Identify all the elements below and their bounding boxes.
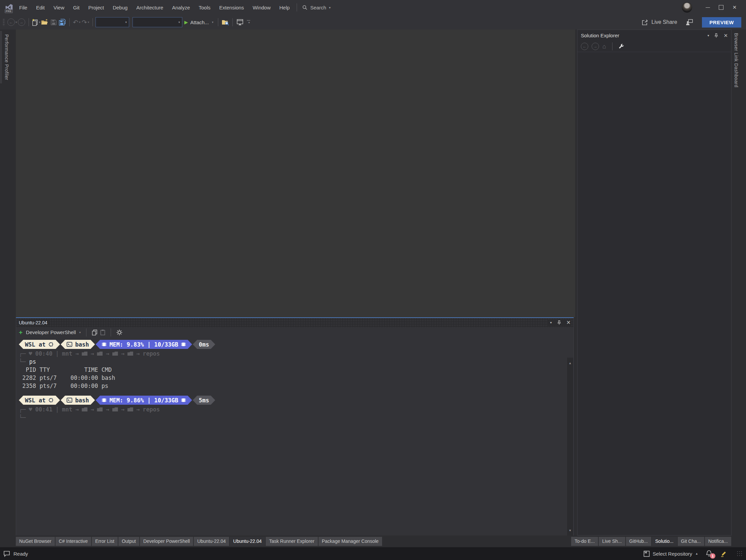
undo-button[interactable]: ↶▾	[72, 17, 81, 27]
attach-debugger-button[interactable]: ▶ Attach... ▾	[184, 20, 213, 25]
tab-git-changes[interactable]: Git Cha...	[678, 537, 704, 546]
find-in-files-button[interactable]	[221, 17, 230, 27]
window-position-menu[interactable]: ▾	[707, 34, 709, 37]
close-button[interactable]: ✕	[728, 2, 741, 13]
settings-gear-icon[interactable]	[116, 329, 122, 335]
arrow-icon: →	[106, 405, 109, 413]
se-back-button[interactable]: ←	[581, 43, 588, 50]
prompt-duration-segment: 5ms	[193, 395, 215, 405]
window-position-menu[interactable]: ▾	[550, 321, 552, 324]
ps-output-row: 2282 pts/7 00:00:00 bash	[19, 374, 565, 382]
select-repository-button[interactable]: Select Repository ▲	[643, 551, 698, 557]
path-leaf: repos	[143, 350, 160, 358]
copy-icon[interactable]	[92, 329, 97, 335]
menu-debug[interactable]: Debug	[108, 0, 132, 15]
tab-developer-powershell[interactable]: Developer PowerShell	[140, 537, 193, 546]
tab-output[interactable]: Output	[118, 537, 139, 546]
duration-label: 5ms	[199, 396, 209, 404]
tab-github[interactable]: GitHub...	[626, 537, 651, 546]
arrow-icon: →	[90, 405, 94, 413]
add-terminal-icon[interactable]: +	[19, 329, 23, 335]
menu-tools[interactable]: Tools	[194, 0, 215, 15]
tab-package-manager-console[interactable]: Package Manager Console	[318, 537, 382, 546]
paste-icon[interactable]	[100, 329, 105, 335]
resize-grip[interactable]	[737, 551, 743, 557]
tab-ubuntu-2204[interactable]: Ubuntu-22.04	[194, 537, 229, 546]
tab-error-list[interactable]: Error List	[92, 537, 118, 546]
prompt-memory-segment: MEM: 9.86% | 10/33GB	[95, 395, 192, 405]
terminal-content[interactable]: WSL at bash	[16, 337, 573, 536]
menu-architecture[interactable]: Architecture	[132, 0, 168, 15]
folder-icon	[82, 352, 87, 356]
solution-explorer-panel: Solution Explorer ▾ ✕ ← → ⌂	[577, 30, 731, 535]
minimize-button[interactable]	[701, 2, 714, 13]
tab-notifications[interactable]: Notifica...	[705, 537, 731, 546]
tab-task-runner-explorer[interactable]: Task Runner Explorer	[266, 537, 318, 546]
shell-selector[interactable]: Developer PowerShell	[26, 329, 76, 335]
se-forward-button[interactable]: →	[592, 43, 599, 50]
scroll-up-icon[interactable]: ▲	[569, 358, 571, 369]
menu-edit[interactable]: Edit	[32, 0, 49, 15]
toolbar-overflow-button[interactable]: ▾	[244, 17, 253, 27]
tab-todo-explorer[interactable]: To-do E...	[571, 537, 598, 546]
menu-analyze[interactable]: Analyze	[168, 0, 194, 15]
menu-window[interactable]: Window	[248, 0, 275, 15]
pin-icon[interactable]	[557, 320, 561, 325]
arrow-icon: →	[121, 405, 124, 413]
navigate-back-button[interactable]: ←▾	[7, 17, 17, 27]
solution-explorer-content[interactable]	[577, 52, 731, 535]
menu-view[interactable]: View	[49, 0, 68, 15]
wsl-label: WSL at	[25, 396, 46, 404]
redo-button[interactable]: ↷▾	[81, 17, 90, 27]
terminal-title-bar[interactable]: Ubuntu-22.04 ▾ ✕	[16, 318, 573, 327]
tab-live-share[interactable]: Live Sh...	[599, 537, 625, 546]
tab-browser-link-dashboard[interactable]: Browser Link Dashboard	[731, 30, 741, 91]
tab-csharp-interactive[interactable]: C# Interactive	[56, 537, 91, 546]
memory-chip-icon	[102, 397, 107, 403]
notifications-bell-button[interactable]: 1	[706, 550, 713, 557]
person-screen-icon	[686, 19, 693, 26]
live-share-button[interactable]: Live Share	[642, 19, 678, 26]
input-line[interactable]: └─	[19, 413, 565, 421]
tab-performance-profiler[interactable]: Performance Profiler	[0, 31, 11, 83]
memory-chip-icon	[102, 342, 107, 347]
scroll-down-icon[interactable]: ▼	[569, 525, 571, 536]
menu-file[interactable]: File	[15, 0, 32, 15]
navigate-forward-button[interactable]: →	[17, 17, 26, 27]
user-avatar[interactable]	[682, 2, 692, 13]
save-all-button[interactable]	[58, 17, 66, 27]
tab-ubuntu-2204-active[interactable]: Ubuntu-22.04	[230, 537, 265, 546]
menu-project[interactable]: Project	[84, 0, 108, 15]
switch-views-wrench-icon[interactable]	[619, 44, 624, 50]
menu-git[interactable]: Git	[68, 0, 84, 15]
new-project-button[interactable]: ▾	[32, 17, 41, 27]
save-button[interactable]	[49, 17, 58, 27]
forward-arrow-icon: →	[18, 19, 25, 26]
menu-extensions[interactable]: Extensions	[215, 0, 248, 15]
feedback-person-button[interactable]	[685, 17, 694, 27]
search-box[interactable]: Search ▾	[300, 5, 333, 10]
close-icon: ✕	[733, 4, 737, 10]
maximize-button[interactable]	[714, 2, 728, 13]
browser-link-button[interactable]	[235, 17, 244, 27]
chevron-down-icon[interactable]: ▾	[79, 331, 81, 334]
toolbar-grip[interactable]	[3, 19, 5, 26]
terminal-scrollbar[interactable]: ▲ ▼	[567, 358, 573, 536]
output-bubble-icon[interactable]	[3, 551, 10, 557]
se-home-button[interactable]: ⌂	[602, 43, 606, 50]
tab-nuget-browser[interactable]: NuGet Browser	[16, 537, 55, 546]
open-file-button[interactable]	[40, 17, 49, 27]
solution-explorer-header[interactable]: Solution Explorer ▾ ✕	[577, 30, 731, 41]
path-root: mnt	[62, 405, 72, 413]
solution-platforms-combo[interactable]: ▾	[133, 17, 182, 27]
close-icon[interactable]: ✕	[566, 319, 571, 326]
solution-configurations-combo[interactable]: ▾	[95, 17, 129, 27]
path-root: mnt	[62, 350, 72, 358]
menu-help[interactable]: Help	[275, 0, 294, 15]
separator	[111, 328, 111, 336]
pin-icon[interactable]	[714, 33, 718, 38]
tab-solution-explorer[interactable]: Solutio...	[652, 537, 677, 546]
close-icon[interactable]: ✕	[723, 33, 728, 39]
preview-feature-button[interactable]: PREVIEW	[702, 17, 741, 28]
feedback-pencil-icon[interactable]	[720, 550, 727, 557]
